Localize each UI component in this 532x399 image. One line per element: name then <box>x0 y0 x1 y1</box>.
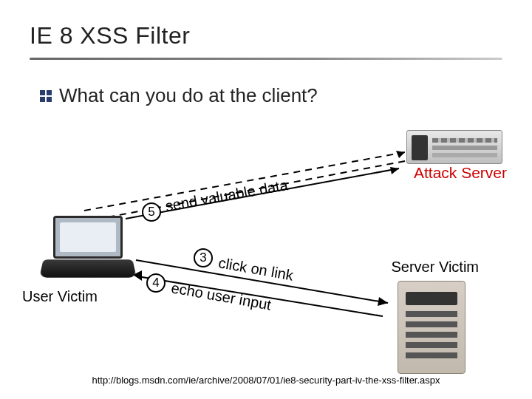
attack-server-icon <box>406 130 502 164</box>
slide-title: IE 8 XSS Filter <box>30 22 190 50</box>
server-victim-label: Server Victim <box>391 259 479 276</box>
title-underline <box>30 58 502 60</box>
step-4-text: echo user input <box>170 279 273 313</box>
svg-marker-5 <box>396 151 405 158</box>
bullet-row: What can you do at the client? <box>40 84 318 107</box>
svg-rect-1 <box>47 90 52 95</box>
bullet-text: What can you do at the client? <box>59 84 318 107</box>
svg-line-4 <box>84 152 405 211</box>
svg-rect-3 <box>47 97 52 102</box>
step-3-text: click on link <box>217 254 295 284</box>
footer-url: http://blogs.msdn.com/ie/archive/2008/07… <box>0 375 532 386</box>
user-victim-label: User Victim <box>22 288 98 305</box>
step-5-badge: 5 <box>142 202 161 222</box>
step-4-badge: 4 <box>146 273 166 293</box>
svg-rect-0 <box>40 90 45 95</box>
attack-server-label: Attack Server <box>414 164 507 182</box>
svg-marker-9 <box>390 167 399 174</box>
svg-marker-11 <box>378 297 388 306</box>
bullet-icon <box>40 90 52 102</box>
server-tower-icon <box>398 281 466 374</box>
svg-rect-2 <box>40 97 45 102</box>
laptop-icon <box>40 216 136 282</box>
step-5-text: send valuable data <box>164 177 289 215</box>
step-3-badge: 3 <box>194 248 213 267</box>
